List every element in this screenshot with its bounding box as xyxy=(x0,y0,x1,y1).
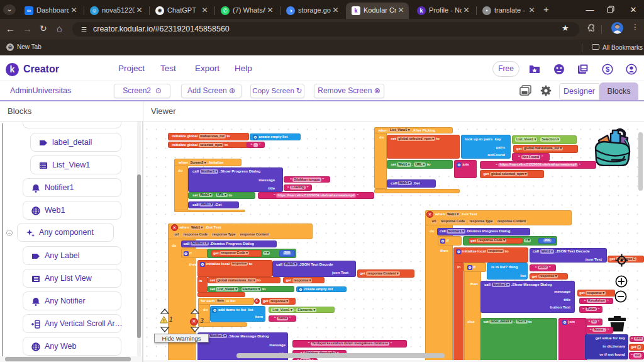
svg-text:$: $ xyxy=(606,65,609,73)
svg-text:!: ! xyxy=(163,318,165,324)
